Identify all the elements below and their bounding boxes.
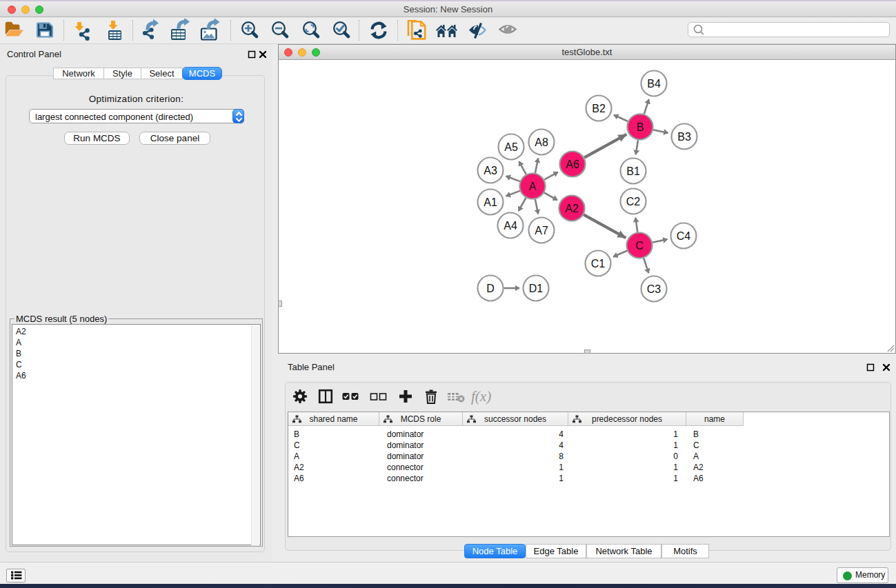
svg-text:A: A [529,181,537,192]
svg-text:A6: A6 [566,159,579,170]
svg-text:B2: B2 [592,103,606,114]
svg-text:D1: D1 [529,283,544,294]
svg-text:A7: A7 [535,225,548,236]
svg-text:A5: A5 [504,141,518,153]
svg-text:B3: B3 [677,131,691,143]
svg-text:B4: B4 [647,78,661,90]
svg-text:f(x): f(x) [471,388,491,405]
svg-text:A2: A2 [565,203,579,214]
svg-text:B: B [637,121,644,133]
svg-text:A3: A3 [484,165,497,176]
svg-text:A8: A8 [535,136,548,148]
svg-text:C3: C3 [647,283,661,295]
svg-text:C4: C4 [677,230,691,242]
svg-text:C: C [635,240,644,252]
svg-text:D: D [486,283,495,294]
svg-text:C2: C2 [626,196,641,207]
svg-text:B1: B1 [626,165,640,177]
svg-text:A1: A1 [484,196,497,208]
svg-text:A4: A4 [504,220,517,232]
svg-text:C1: C1 [591,258,606,270]
